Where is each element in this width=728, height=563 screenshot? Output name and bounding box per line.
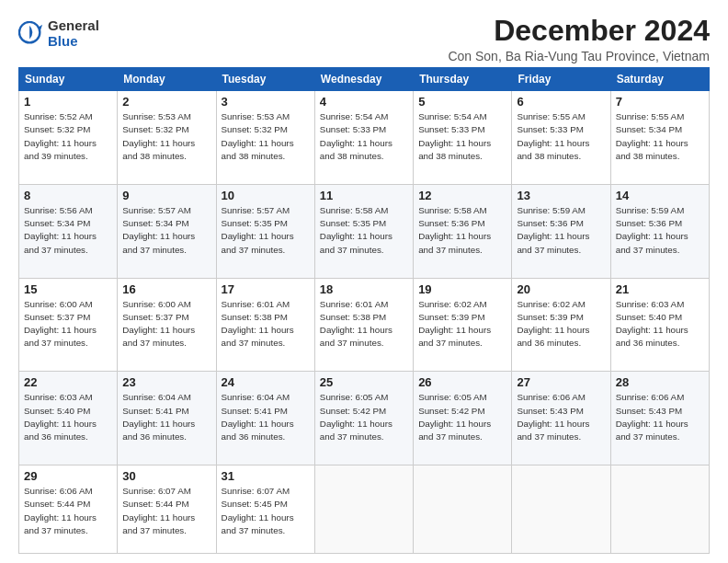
table-row: 14Sunrise: 5:59 AMSunset: 5:36 PMDayligh… <box>610 184 709 278</box>
table-row: 3Sunrise: 5:53 AMSunset: 5:32 PMDaylight… <box>216 91 314 185</box>
table-row: 28Sunrise: 6:06 AMSunset: 5:43 PMDayligh… <box>610 372 709 465</box>
table-row: 18Sunrise: 6:01 AMSunset: 5:38 PMDayligh… <box>314 278 413 372</box>
table-row: 27Sunrise: 6:06 AMSunset: 5:43 PMDayligh… <box>512 372 610 465</box>
header-sunday: Sunday <box>19 68 118 91</box>
table-row: 19Sunrise: 6:02 AMSunset: 5:39 PMDayligh… <box>414 278 512 372</box>
calendar-body: 1Sunrise: 5:52 AMSunset: 5:32 PMDaylight… <box>19 91 710 554</box>
table-row: 6Sunrise: 5:55 AMSunset: 5:33 PMDaylight… <box>512 91 610 185</box>
header-monday: Monday <box>118 68 216 91</box>
table-row: 22Sunrise: 6:03 AMSunset: 5:40 PMDayligh… <box>19 372 118 465</box>
table-row: 29Sunrise: 6:06 AMSunset: 5:44 PMDayligh… <box>19 465 118 554</box>
table-row: 15Sunrise: 6:00 AMSunset: 5:37 PMDayligh… <box>19 278 118 372</box>
table-row <box>314 465 413 554</box>
table-row: 26Sunrise: 6:05 AMSunset: 5:42 PMDayligh… <box>414 372 512 465</box>
main-title: December 2024 <box>448 15 710 47</box>
logo-general: General <box>48 18 99 34</box>
table-row: 20Sunrise: 6:02 AMSunset: 5:39 PMDayligh… <box>512 278 610 372</box>
table-row: 7Sunrise: 5:55 AMSunset: 5:34 PMDaylight… <box>610 91 709 185</box>
logo-icon <box>18 21 44 47</box>
table-row: 11Sunrise: 5:58 AMSunset: 5:35 PMDayligh… <box>314 184 413 278</box>
table-row: 17Sunrise: 6:01 AMSunset: 5:38 PMDayligh… <box>216 278 314 372</box>
header-friday: Friday <box>512 68 610 91</box>
table-row <box>414 465 512 554</box>
table-row: 13Sunrise: 5:59 AMSunset: 5:36 PMDayligh… <box>512 184 610 278</box>
table-row: 2Sunrise: 5:53 AMSunset: 5:32 PMDaylight… <box>118 91 216 185</box>
header-tuesday: Tuesday <box>216 68 314 91</box>
header-saturday: Saturday <box>610 68 709 91</box>
title-block: December 2024 Con Son, Ba Ria-Vung Tau P… <box>448 15 710 63</box>
table-row: 1Sunrise: 5:52 AMSunset: 5:32 PMDaylight… <box>19 91 118 185</box>
table-row: 24Sunrise: 6:04 AMSunset: 5:41 PMDayligh… <box>216 372 314 465</box>
table-row <box>512 465 610 554</box>
logo: General Blue <box>18 18 99 49</box>
table-row: 25Sunrise: 6:05 AMSunset: 5:42 PMDayligh… <box>314 372 413 465</box>
table-row: 12Sunrise: 5:58 AMSunset: 5:36 PMDayligh… <box>414 184 512 278</box>
logo-text: General Blue <box>48 18 99 49</box>
logo-blue: Blue <box>48 34 99 50</box>
subtitle: Con Son, Ba Ria-Vung Tau Province, Vietn… <box>448 49 710 63</box>
table-row: 4Sunrise: 5:54 AMSunset: 5:33 PMDaylight… <box>314 91 413 185</box>
calendar-table: Sunday Monday Tuesday Wednesday Thursday… <box>18 67 710 554</box>
calendar-header: Sunday Monday Tuesday Wednesday Thursday… <box>19 68 710 91</box>
table-row: 21Sunrise: 6:03 AMSunset: 5:40 PMDayligh… <box>610 278 709 372</box>
table-row: 10Sunrise: 5:57 AMSunset: 5:35 PMDayligh… <box>216 184 314 278</box>
table-row: 16Sunrise: 6:00 AMSunset: 5:37 PMDayligh… <box>118 278 216 372</box>
table-row: 30Sunrise: 6:07 AMSunset: 5:44 PMDayligh… <box>118 465 216 554</box>
page: General Blue December 2024 Con Son, Ba R… <box>0 0 728 563</box>
table-row <box>610 465 709 554</box>
header-thursday: Thursday <box>414 68 512 91</box>
header-row: Sunday Monday Tuesday Wednesday Thursday… <box>19 68 710 91</box>
header: General Blue December 2024 Con Son, Ba R… <box>18 15 710 63</box>
header-wednesday: Wednesday <box>314 68 413 91</box>
table-row: 8Sunrise: 5:56 AMSunset: 5:34 PMDaylight… <box>19 184 118 278</box>
table-row: 31Sunrise: 6:07 AMSunset: 5:45 PMDayligh… <box>216 465 314 554</box>
table-row: 5Sunrise: 5:54 AMSunset: 5:33 PMDaylight… <box>414 91 512 185</box>
table-row: 9Sunrise: 5:57 AMSunset: 5:34 PMDaylight… <box>118 184 216 278</box>
table-row: 23Sunrise: 6:04 AMSunset: 5:41 PMDayligh… <box>118 372 216 465</box>
